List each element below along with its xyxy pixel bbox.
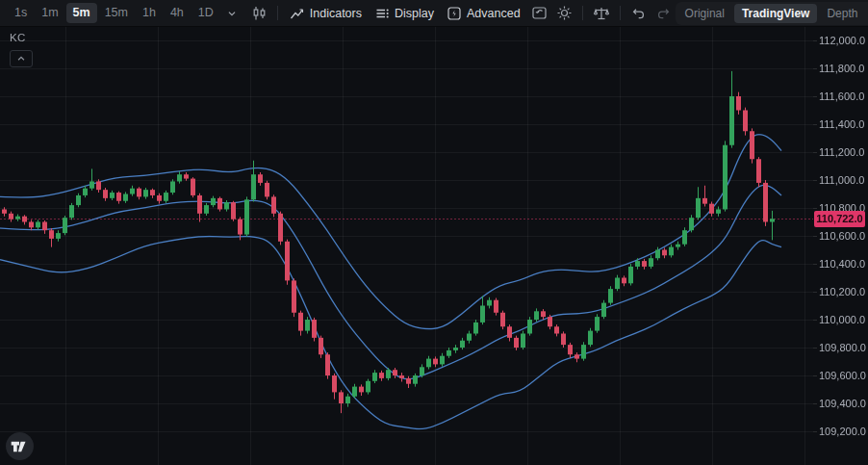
view-tradingview[interactable]: TradingView: [734, 4, 817, 23]
toolbar-left-group: 1s 1m 5m 15m 1h 4h 1D Indicators: [8, 2, 676, 25]
price-tick: 111,000.0: [819, 174, 864, 187]
toolbar-divider: [620, 6, 621, 20]
candlestick-chart[interactable]: [0, 0, 868, 465]
price-tick: 109,200.0: [819, 426, 866, 438]
toolbar-divider: [582, 6, 583, 20]
timeframe-4h[interactable]: 4h: [164, 3, 191, 23]
chart-view-switcher: Original TradingView Depth Market cap: [676, 2, 868, 25]
timeframe-1h[interactable]: 1h: [136, 3, 163, 23]
price-tick: 110,400.0: [819, 258, 865, 271]
undo-button[interactable]: [626, 2, 651, 24]
legend-collapse-button[interactable]: [10, 50, 33, 67]
indicator-legend: KC: [10, 32, 33, 67]
redo-icon: [655, 5, 672, 21]
chevron-down-icon: [225, 7, 239, 20]
price-tick: 109,600.0: [819, 370, 866, 382]
settings-button[interactable]: [552, 2, 576, 24]
tradingview-logo[interactable]: [5, 431, 35, 461]
timeframe-5m[interactable]: 5m: [66, 3, 97, 23]
price-axis[interactable]: 110,722.0 112,000.0111,800.0111,600.0111…: [813, 27, 868, 465]
gear-icon: [556, 5, 573, 21]
scale-icon: [593, 5, 610, 22]
price-tick: 110,600.0: [819, 230, 865, 243]
display-settings-icon: [374, 6, 390, 21]
price-tick: 111,600.0: [819, 90, 864, 103]
chevron-up-icon: [16, 54, 26, 64]
indicators-icon: [290, 6, 305, 21]
display-label: Display: [395, 7, 434, 20]
redo-button[interactable]: [651, 2, 676, 24]
publish-button[interactable]: [527, 2, 551, 24]
view-depth[interactable]: Depth: [819, 4, 865, 23]
price-tick: 112,000.0: [819, 35, 865, 47]
price-tick: 109,400.0: [819, 398, 866, 410]
price-tick: 110,200.0: [819, 286, 865, 298]
advanced-button[interactable]: Advanced: [441, 3, 526, 24]
compare-scale-button[interactable]: [589, 2, 614, 25]
advanced-label: Advanced: [467, 7, 521, 20]
view-original[interactable]: Original: [677, 4, 732, 23]
top-toolbar: 1s 1m 5m 15m 1h 4h 1D Indicators: [0, 0, 868, 27]
indicator-kc-label[interactable]: KC: [10, 32, 33, 43]
timeframe-15m[interactable]: 15m: [98, 3, 135, 23]
timeframe-1m[interactable]: 1m: [35, 3, 64, 23]
last-price-badge: 110,722.0: [814, 211, 865, 227]
advanced-icon: [447, 6, 462, 21]
timeframe-dropdown-button[interactable]: [221, 4, 243, 23]
price-tick: 111,800.0: [819, 63, 864, 75]
chart-type-button[interactable]: [247, 2, 271, 24]
indicators-label: Indicators: [310, 7, 362, 20]
timeframe-1s[interactable]: 1s: [8, 3, 34, 23]
timeframe-1d[interactable]: 1D: [191, 3, 220, 23]
indicators-button[interactable]: Indicators: [284, 3, 368, 24]
price-tick: 109,800.0: [819, 342, 866, 354]
publish-idea-icon: [531, 5, 548, 21]
toolbar-divider: [277, 6, 278, 20]
price-tick: 111,200.0: [819, 146, 864, 159]
undo-icon: [630, 5, 647, 21]
toolbar-right-group: Original TradingView Depth Market cap: [676, 2, 868, 25]
display-button[interactable]: Display: [369, 3, 440, 24]
trading-chart-app: { "toolbar": { "timeframes": [ {"label":…: [0, 0, 868, 465]
price-tick: 111,400.0: [819, 118, 864, 131]
price-tick: 110,000.0: [819, 314, 865, 326]
candles-icon: [251, 5, 268, 21]
